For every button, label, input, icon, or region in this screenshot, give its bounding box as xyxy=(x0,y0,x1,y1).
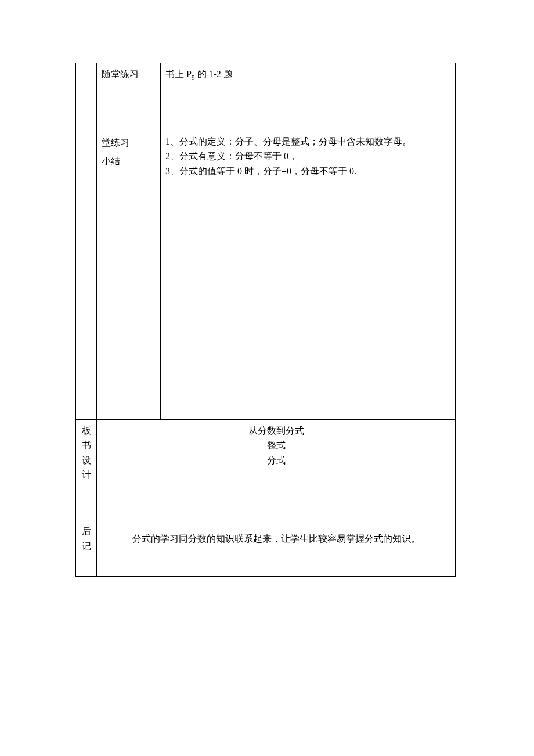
board-line-2: 整式 xyxy=(97,438,455,453)
houji-c1: 后 xyxy=(76,524,96,539)
label-suitang: 随堂练习 xyxy=(102,65,156,84)
summary-line-2: 2、分式有意义：分母不等于 0， xyxy=(165,149,450,164)
summary-line-1: 1、分式的定义：分子、分母是整式；分母中含未知数字母。 xyxy=(165,134,450,149)
banshu-c2: 书 xyxy=(76,438,96,453)
row1-content: 书上 P5 的 1-2 题 1、分式的定义：分子、分母是整式；分母中含未知数字母… xyxy=(161,63,456,419)
row2-content: 从分数到分式 整式 分式 xyxy=(97,419,456,502)
exercise-post: 的 1-2 题 xyxy=(195,69,233,79)
exercise-pre: 书上 P xyxy=(165,69,192,79)
content-spacer xyxy=(165,84,450,134)
board-line-1: 从分数到分式 xyxy=(97,423,455,438)
houji-c2: 记 xyxy=(76,539,96,554)
lesson-plan-table: 随堂练习 堂练习 小结 书上 P5 的 1-2 题 1、分式的定义：分子、分母是… xyxy=(75,63,456,577)
houji-content: 分式的学习同分数的知识联系起来，让学生比较容易掌握分式的知识。 xyxy=(102,533,450,545)
banshu-c1: 板 xyxy=(76,423,96,438)
summary-line-3: 3、分式的值等于 0 时，分子=0，分母不等于 0. xyxy=(165,164,450,179)
label-spacer xyxy=(102,84,156,134)
banshu-c3: 设 xyxy=(76,453,96,468)
row1-col1-empty xyxy=(76,63,97,419)
label-tanglianxi: 堂练习 xyxy=(102,134,156,152)
row3-label: 后 记 xyxy=(76,502,97,576)
banshu-c4: 计 xyxy=(76,467,96,483)
row3-content-cell: 分式的学习同分数的知识联系起来，让学生比较容易掌握分式的知识。 xyxy=(97,502,456,576)
board-line-3: 分式 xyxy=(97,453,455,468)
label-xiaojie: 小结 xyxy=(102,152,156,171)
document-page: 随堂练习 堂练习 小结 书上 P5 的 1-2 题 1、分式的定义：分子、分母是… xyxy=(0,0,534,577)
content-exercise: 书上 P5 的 1-2 题 xyxy=(165,65,450,84)
row1-labels: 随堂练习 堂练习 小结 xyxy=(97,63,161,419)
row2-label: 板 书 设 计 xyxy=(76,419,97,502)
